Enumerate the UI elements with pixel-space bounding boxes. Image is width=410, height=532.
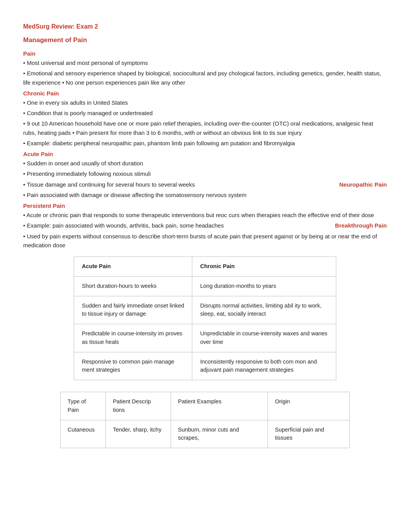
breakthrough-bullet-1: • Used by pain experts without consensus… xyxy=(23,232,387,250)
persistent-bullet-1: • Acute or chronic pain that responds to… xyxy=(23,211,387,219)
section-title: Management of Pain xyxy=(23,36,387,44)
type-header-1: Type of Pain xyxy=(61,392,106,420)
comp-row3-col2: Unpredictable in course-intensity waxes … xyxy=(192,324,336,352)
comp-row4-col1: Responsive to common pain manage ment st… xyxy=(74,352,192,380)
comp-row2-col1: Sudden and fairly immediate onset linked… xyxy=(74,296,192,324)
comp-row1-col1: Short duration-hours to weeks xyxy=(74,276,192,296)
pain-bullet-2: • Emotional and sensory experience shape… xyxy=(23,69,387,87)
type-table: Type of Pain Patient Descrip tions Patie… xyxy=(60,392,350,448)
type-row1-col4: Superficial pain and tissues xyxy=(268,420,350,448)
comp-row1-col2: Long duration-months to years xyxy=(192,276,336,296)
comp-row2-col2: Disrupts normal activities, limiting abi… xyxy=(192,296,336,324)
pain-label: Pain xyxy=(23,50,387,57)
comp-row4-col2: Inconsistently responsive to both com mo… xyxy=(192,352,336,380)
doc-title: MedSurg Review: Exam 2 xyxy=(23,23,387,30)
comparison-table: Acute Pain Chronic Pain Short duration-h… xyxy=(74,257,336,380)
chronic-bullet-4: • Example: diabetic peripheral neuropath… xyxy=(23,139,387,148)
breakthrough-pain-label: Breakthrough Pain xyxy=(335,221,387,230)
type-header-3: Patient Examples xyxy=(171,392,268,420)
comp-header-acute: Acute Pain xyxy=(74,257,192,277)
type-row1-col1: Cutaneous xyxy=(61,420,106,448)
acute-bullet-1: • Sudden in onset and usually of short d… xyxy=(23,159,387,168)
neuropathic-bullet-1: • Pain associated with damage or disease… xyxy=(23,190,387,199)
neuropathic-pain-label: Neuropathic Pain xyxy=(339,180,387,189)
acute-bullet-3: • Tissue damage and continuing for sever… xyxy=(23,180,387,189)
acute-pain-label: Acute Pain xyxy=(23,151,387,157)
chronic-bullet-1: • One in every six adults in United Stat… xyxy=(23,98,387,107)
type-row1-col2: Tender, sharp, itchy xyxy=(106,420,171,448)
pain-bullet-1: • Most universal and most personal of sy… xyxy=(23,58,387,67)
chronic-bullet-2: • Condition that is poorly managed or un… xyxy=(23,109,387,117)
comp-row3-col1: Predictable in course-intensity im prove… xyxy=(74,324,192,352)
chronic-bullet-3: • 9 out 10 American household have one o… xyxy=(23,119,387,137)
acute-bullet-2: • Presenting immediately following noxio… xyxy=(23,169,387,178)
comp-header-chronic: Chronic Pain xyxy=(192,257,336,277)
document-container: MedSurg Review: Exam 2 Management of Pai… xyxy=(23,23,387,448)
type-row1-col3: Sunburn, minor cuts and scrapes, xyxy=(171,420,268,448)
type-header-4: Origin xyxy=(268,392,350,420)
persistent-bullet-2: • Example: pain associated with wounds, … xyxy=(23,221,387,230)
type-header-2: Patient Descrip tions xyxy=(106,392,171,420)
persistent-pain-label: Persistent Pain xyxy=(23,202,387,209)
chronic-pain-label: Chronic Pain xyxy=(23,90,387,97)
